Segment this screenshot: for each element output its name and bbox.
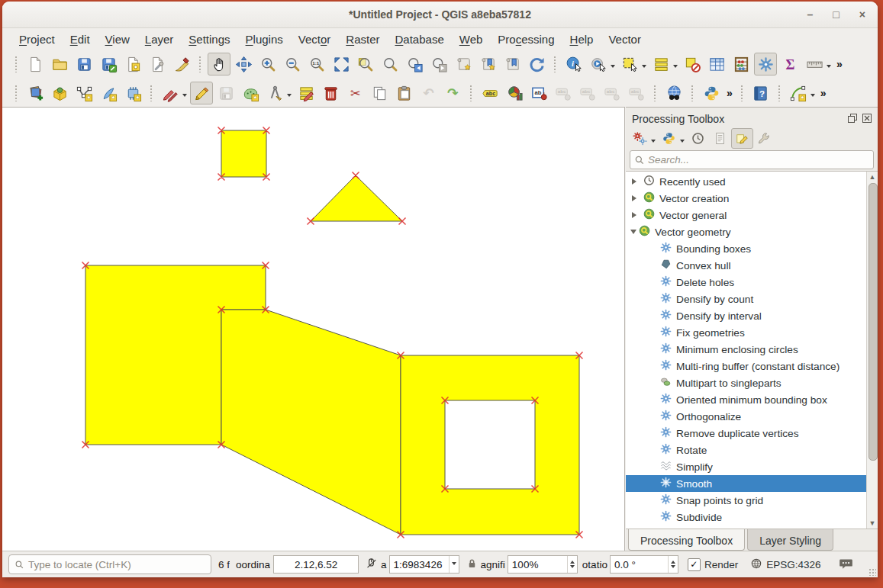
- coordinate-input[interactable]: [274, 558, 358, 571]
- new-project-button[interactable]: [24, 53, 47, 76]
- paste-features-button[interactable]: [392, 82, 415, 104]
- rotation-spinbox[interactable]: [610, 555, 678, 574]
- toolbar-overflow-button[interactable]: »: [723, 87, 736, 99]
- menu-vector[interactable]: Vector: [291, 31, 339, 48]
- zoom-last-button[interactable]: [403, 53, 426, 76]
- toolbar-overflow-button[interactable]: »: [833, 58, 846, 70]
- toggle-editing-button[interactable]: [190, 82, 213, 104]
- measure-button[interactable]: [803, 53, 826, 76]
- menu-edit[interactable]: Edit: [63, 31, 98, 48]
- new-virtual-layer-button[interactable]: [121, 82, 144, 104]
- tree-item-fix-geometries[interactable]: Fix geometries: [626, 324, 878, 341]
- tree-item-multipart-to-singleparts[interactable]: Multipart to singleparts: [626, 374, 878, 391]
- magnifier-spinbox[interactable]: [508, 555, 578, 574]
- feature-square-with-hole[interactable]: [401, 355, 579, 535]
- menu-layer[interactable]: Layer: [137, 31, 182, 48]
- scroll-up-icon[interactable]: ▲: [868, 173, 876, 181]
- python-console-button[interactable]: [700, 82, 723, 104]
- refresh-map-button[interactable]: [525, 53, 548, 76]
- panel-float-button[interactable]: [847, 114, 859, 124]
- vertex-tool-dropdown[interactable]: [287, 94, 292, 99]
- tree-item-delete-holes[interactable]: Delete holes: [626, 274, 878, 291]
- pan-to-selection-button[interactable]: [232, 53, 255, 76]
- toolbar-handle[interactable]: [740, 85, 744, 101]
- menu-view[interactable]: View: [98, 31, 137, 48]
- scale-combo[interactable]: [389, 555, 459, 574]
- toolbar-handle[interactable]: [15, 56, 18, 72]
- redo-button[interactable]: ↷: [441, 82, 464, 104]
- feature-middle-polygon[interactable]: [221, 310, 401, 535]
- zoom-to-selection-button[interactable]: [379, 53, 401, 76]
- move-label-button[interactable]: abc: [576, 82, 599, 104]
- tree-item-bounding-boxes[interactable]: Bounding boxes: [626, 240, 878, 257]
- toolbar-handle[interactable]: [553, 56, 557, 72]
- statistical-summary-button[interactable]: Σ: [778, 53, 801, 76]
- tree-item-recently-used[interactable]: Recently used: [626, 173, 878, 190]
- render-checkbox[interactable]: ✓: [688, 558, 701, 571]
- scale-dropdown[interactable]: [449, 556, 459, 573]
- feature-small-square[interactable]: [221, 130, 266, 177]
- scripts-dropdown[interactable]: [680, 140, 685, 145]
- zoom-out-button[interactable]: [281, 53, 304, 76]
- style-manager-button[interactable]: [170, 53, 193, 76]
- tree-item-vector-creation[interactable]: Vector creation: [626, 190, 878, 207]
- new-spatialite-layer-button[interactable]: [97, 82, 120, 104]
- chevron-down-icon[interactable]: [630, 230, 636, 237]
- tree-item-smooth[interactable]: Smooth: [626, 475, 878, 492]
- tree-item-simplify[interactable]: Simplify: [626, 458, 878, 475]
- measure-dropdown[interactable]: [827, 65, 831, 70]
- new-spatial-bookmark-button[interactable]: [452, 53, 475, 76]
- save-project-as-button[interactable]: [97, 53, 120, 76]
- menu-help[interactable]: Help: [562, 31, 601, 48]
- select-features-by-value-dropdown[interactable]: [673, 65, 678, 70]
- toolbar-handle[interactable]: [653, 85, 657, 101]
- select-features-button[interactable]: [618, 53, 641, 76]
- menu-processing[interactable]: Processing: [490, 31, 562, 48]
- copy-features-button[interactable]: [368, 82, 391, 104]
- edit-features-inplace-button[interactable]: [731, 128, 753, 149]
- digitize-with-curve-button[interactable]: [787, 82, 810, 104]
- tree-item-multi-ring-buffer-constant-distance[interactable]: Multi-ring buffer (constant distance): [626, 358, 878, 374]
- highlight-pinned-labels-button[interactable]: abc: [552, 82, 575, 104]
- label-options-button[interactable]: ab: [527, 82, 550, 104]
- extent-tracking-icon[interactable]: [365, 557, 378, 572]
- toolbar-overflow-button[interactable]: »: [817, 87, 830, 99]
- zoom-next-button[interactable]: [427, 53, 450, 76]
- open-project-button[interactable]: [48, 53, 71, 76]
- tree-item-remove-duplicate-vertices[interactable]: Remove duplicate vertices: [626, 425, 878, 442]
- minimize-button[interactable]: –: [807, 9, 814, 20]
- rotate-label-button[interactable]: abc: [601, 82, 624, 104]
- toolbar-handle[interactable]: [691, 85, 694, 101]
- toolbar-handle[interactable]: [469, 85, 473, 101]
- help-button[interactable]: ?: [749, 82, 772, 104]
- crs-status[interactable]: EPSG:4326: [766, 559, 820, 570]
- tree-item-densify-by-interval[interactable]: Densify by interval: [626, 307, 878, 324]
- tree-item-orthogonalize[interactable]: Orthogonalize: [626, 408, 878, 425]
- tree-scrollbar[interactable]: ▲ ▼: [866, 172, 878, 529]
- scripts-button[interactable]: [658, 128, 680, 149]
- coordinate-box[interactable]: [273, 555, 359, 574]
- toolbar-handle[interactable]: [150, 85, 153, 101]
- options-button[interactable]: [753, 128, 775, 149]
- select-features-by-value-button[interactable]: [649, 53, 672, 76]
- tree-item-rotate[interactable]: Rotate: [626, 442, 878, 458]
- change-label-button[interactable]: abc: [625, 82, 648, 104]
- save-layer-edits-button[interactable]: [214, 82, 237, 104]
- select-features-dropdown[interactable]: [642, 65, 646, 70]
- run-feature-action-dropdown[interactable]: [611, 65, 615, 70]
- save-project-button[interactable]: [73, 53, 95, 76]
- results-viewer-button[interactable]: [709, 128, 731, 149]
- close-button[interactable]: ×: [859, 9, 865, 20]
- panel-close-button[interactable]: [862, 114, 873, 124]
- maximize-button[interactable]: □: [833, 9, 839, 20]
- modify-attributes-of-selected-button[interactable]: [295, 82, 317, 104]
- new-shapefile-layer-button[interactable]: [73, 82, 95, 104]
- rotation-spinner[interactable]: [668, 556, 678, 573]
- tree-item-vector-general[interactable]: Vector general: [626, 207, 878, 223]
- rotation-input[interactable]: [611, 558, 668, 571]
- layer-diagram-options-button[interactable]: [503, 82, 526, 104]
- vertex-tool-button[interactable]: [263, 82, 286, 104]
- menu-database[interactable]: Database: [388, 31, 452, 48]
- show-layout-manager-button[interactable]: [146, 53, 169, 76]
- delete-selected-button[interactable]: [319, 82, 342, 104]
